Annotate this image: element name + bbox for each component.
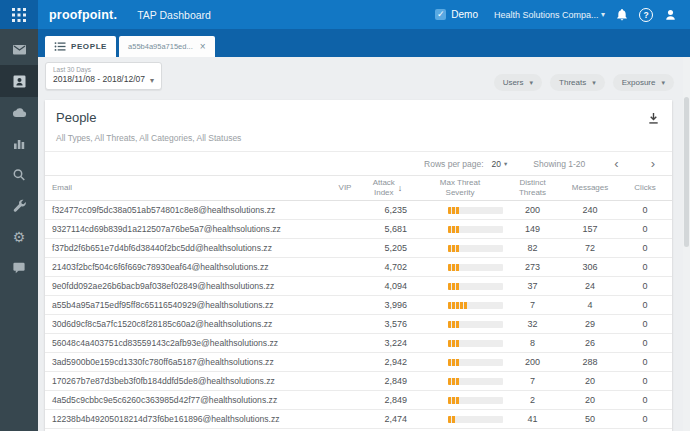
distinct-threats-cell: 149 bbox=[505, 224, 560, 234]
messages-cell: 72 bbox=[560, 243, 620, 253]
clicks-cell: 0 bbox=[620, 205, 670, 215]
vertical-scrollbar[interactable] bbox=[683, 57, 690, 431]
severity-bar bbox=[448, 378, 503, 385]
sidebar-item-email[interactable] bbox=[0, 34, 38, 65]
attack-index-cell: 5,681 bbox=[360, 224, 415, 234]
sidebar-item-tools[interactable] bbox=[0, 190, 38, 221]
rows-per-page-select[interactable]: 20 bbox=[492, 159, 501, 169]
max-threat-severity-cell bbox=[415, 416, 505, 423]
severity-bar bbox=[448, 207, 503, 214]
column-header-max-threat-severity[interactable]: Max Threat Severity bbox=[415, 178, 505, 197]
email-cell[interactable]: 21403f2bcf504c6f6f669c78930eaf64@healths… bbox=[45, 262, 330, 272]
column-header-distinct-threats[interactable]: Distinct Threats bbox=[505, 178, 560, 197]
rows-per-page-label: Rows per page: bbox=[424, 159, 484, 169]
table-row[interactable]: 9327114cd69b839d1a212507a76be5a7@healths… bbox=[45, 220, 672, 239]
column-header-messages[interactable]: Messages bbox=[560, 183, 620, 193]
attack-index-label-line2: Index bbox=[374, 188, 394, 197]
table-row[interactable]: 21403f2bcf504c6f6f669c78930eaf64@healths… bbox=[45, 258, 672, 277]
sidebar-item-reports[interactable] bbox=[0, 128, 38, 159]
threats-filter-button[interactable]: Threats ▾ bbox=[550, 74, 605, 91]
close-icon[interactable]: × bbox=[200, 42, 206, 52]
email-cell[interactable]: 9327114cd69b839d1a212507a76be5a7@healths… bbox=[45, 224, 330, 234]
main-content: Last 30 Days 2018/11/08 - 2018/12/07 ▾ U… bbox=[38, 57, 690, 431]
table-row[interactable]: 4a5d5c9cbbc9e5c6260c363985d42f77@healths… bbox=[45, 391, 672, 410]
bar-chart-icon bbox=[12, 137, 26, 151]
attack-index-label-line1: Attack bbox=[373, 178, 395, 187]
email-cell[interactable]: 30d6d9cf8c5a7fc1520c8f28185c60a2@healths… bbox=[45, 319, 330, 329]
column-header-attack-index[interactable]: Attack Index ↓ bbox=[360, 178, 415, 197]
severity-label-line1: Max Threat bbox=[440, 178, 480, 187]
email-cell[interactable]: 9e0fdd092ae26b6bacb9af038ef02849@healths… bbox=[45, 281, 330, 291]
apps-grid-button[interactable] bbox=[0, 0, 38, 29]
messages-cell: 288 bbox=[560, 357, 620, 367]
severity-bar bbox=[448, 340, 503, 347]
attack-index-cell: 3,576 bbox=[360, 319, 415, 329]
demo-checkbox[interactable]: ✓ bbox=[435, 9, 446, 20]
next-page-button[interactable]: › bbox=[648, 157, 658, 170]
sidebar-item-feedback[interactable] bbox=[0, 252, 38, 283]
wrench-icon bbox=[12, 198, 27, 213]
severity-bar bbox=[448, 321, 503, 328]
table-row[interactable]: 30d6d9cf8c5a7fc1520c8f28185c60a2@healths… bbox=[45, 315, 672, 334]
tab-person-detail[interactable]: a55b4a95a715ed... × bbox=[119, 36, 215, 57]
severity-bar bbox=[448, 283, 503, 290]
table-row[interactable]: 170267b7e87d3beb3f0fb184ddfd5de8@healths… bbox=[45, 372, 672, 391]
table-row[interactable]: 3ad5900b0e159cd1330fc780ff6a5187@healths… bbox=[45, 353, 672, 372]
distinct-threats-cell: 8 bbox=[505, 338, 560, 348]
prev-page-button[interactable]: ‹ bbox=[611, 157, 621, 170]
threats-filter-label: Threats bbox=[559, 78, 586, 87]
sidebar-item-settings[interactable]: ⚙ bbox=[0, 221, 38, 252]
table-row[interactable]: 56048c4a403751cd83559143c2afb93e@healths… bbox=[45, 334, 672, 353]
email-cell[interactable]: 12238b4b49205018214d73f6be161896@healths… bbox=[45, 414, 330, 424]
top-header-bar: proofpoint. TAP Dashboard ✓ Demo Health … bbox=[0, 0, 690, 29]
sidebar-item-cloud[interactable] bbox=[0, 97, 38, 128]
sidebar-item-people[interactable] bbox=[0, 65, 38, 97]
max-threat-severity-cell bbox=[415, 378, 505, 385]
email-cell[interactable]: 56048c4a403751cd83559143c2afb93e@healths… bbox=[45, 338, 330, 348]
mail-icon bbox=[12, 42, 27, 57]
table-row[interactable]: a55b4a95a715edf95ff8c65116540929@healths… bbox=[45, 296, 672, 315]
rows-per-page-caret-icon[interactable]: ▾ bbox=[504, 160, 507, 168]
column-header-email[interactable]: Email bbox=[45, 183, 330, 193]
list-icon bbox=[54, 41, 66, 52]
table-row[interactable]: f32477cc09f5dc38a051ab574801c8e8@healths… bbox=[45, 201, 672, 220]
email-cell[interactable]: f32477cc09f5dc38a051ab574801c8e8@healths… bbox=[45, 205, 330, 215]
left-sidebar: ⚙ bbox=[0, 29, 38, 431]
distinct-threats-cell: 32 bbox=[505, 319, 560, 329]
exposure-filter-button[interactable]: Exposure ▾ bbox=[613, 74, 674, 91]
user-icon bbox=[663, 7, 678, 22]
showing-range: Showing 1-20 bbox=[533, 159, 585, 169]
email-cell[interactable]: 3ad5900b0e159cd1330fc780ff6a5187@healths… bbox=[45, 357, 330, 367]
email-cell[interactable]: 4a5d5c9cbbc9e5c6260c363985d42f77@healths… bbox=[45, 395, 330, 405]
org-caret-icon[interactable]: ▾ bbox=[601, 10, 605, 19]
email-cell[interactable]: a55b4a95a715edf95ff8c65116540929@healths… bbox=[45, 300, 330, 310]
clicks-cell: 0 bbox=[620, 376, 670, 386]
tab-people[interactable]: PEOPLE bbox=[45, 36, 116, 57]
column-header-vip[interactable]: VIP bbox=[330, 183, 360, 193]
email-cell[interactable]: 170267b7e87d3beb3f0fb184ddfd5de8@healths… bbox=[45, 376, 330, 386]
account-button[interactable] bbox=[663, 7, 678, 22]
app-title: TAP Dashboard bbox=[137, 9, 211, 21]
messages-cell: 4 bbox=[560, 300, 620, 310]
users-filter-button[interactable]: Users ▾ bbox=[494, 74, 542, 91]
column-header-clicks[interactable]: Clicks bbox=[620, 183, 670, 193]
org-selector[interactable]: Health Solutions Compa... bbox=[494, 10, 589, 20]
sort-desc-icon[interactable]: ↓ bbox=[398, 183, 403, 194]
table-row[interactable]: 12238b4b49205018214d73f6be161896@healths… bbox=[45, 410, 672, 429]
download-button[interactable] bbox=[647, 111, 660, 125]
scrollbar-thumb[interactable] bbox=[684, 97, 689, 247]
demo-toggle[interactable]: ✓ Demo bbox=[435, 9, 478, 20]
notifications-button[interactable] bbox=[615, 7, 629, 22]
attack-index-cell: 3,224 bbox=[360, 338, 415, 348]
distinct-threats-cell: 37 bbox=[505, 281, 560, 291]
email-cell[interactable]: f37bd2f6b651e7d4bf6d38440f2bc5dd@healths… bbox=[45, 243, 330, 253]
help-button[interactable]: ? bbox=[639, 8, 653, 22]
people-badge-icon bbox=[12, 74, 27, 89]
table-row[interactable]: f37bd2f6b651e7d4bf6d38440f2bc5dd@healths… bbox=[45, 239, 672, 258]
attack-index-cell: 2,942 bbox=[360, 357, 415, 367]
date-range-filter[interactable]: Last 30 Days 2018/11/08 - 2018/12/07 ▾ bbox=[45, 62, 162, 90]
severity-label-line2: Severity bbox=[446, 188, 475, 197]
max-threat-severity-cell bbox=[415, 321, 505, 328]
table-row[interactable]: 9e0fdd092ae26b6bacb9af038ef02849@healths… bbox=[45, 277, 672, 296]
sidebar-item-search[interactable] bbox=[0, 159, 38, 190]
